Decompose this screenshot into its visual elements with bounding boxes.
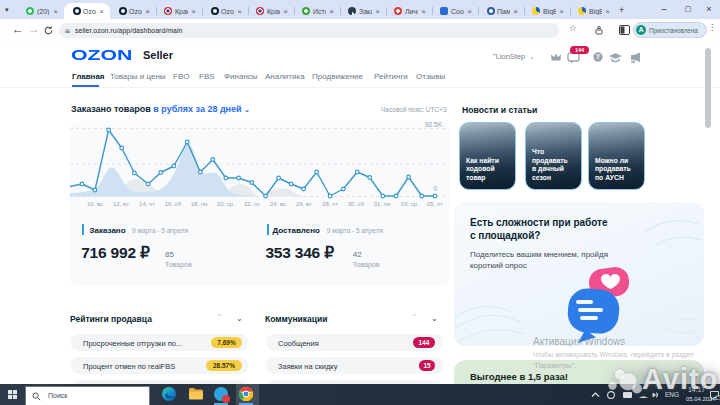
svg-text:28, чт: 28, чт <box>322 201 338 207</box>
svg-text:16, сб: 16, сб <box>165 201 182 207</box>
svg-text:24, вс: 24, вс <box>270 201 286 207</box>
svg-text:26, вт: 26, вт <box>296 201 312 207</box>
svg-text:92.5K: 92.5K <box>425 121 443 128</box>
svg-text:10, вс: 10, вс <box>87 201 103 207</box>
svg-text:?: ? <box>596 53 600 60</box>
svg-text:20, ср: 20, ср <box>217 201 234 207</box>
svg-text:18, пн: 18, пн <box>191 201 208 207</box>
svg-text:0: 0 <box>433 185 437 192</box>
svg-text:01, пн: 01, пн <box>374 201 391 207</box>
svg-text:22, пт: 22, пт <box>244 201 260 207</box>
svg-text:05, пт: 05, пт <box>427 201 443 207</box>
svg-text:12, вт: 12, вт <box>113 201 129 207</box>
svg-text:14, чт: 14, чт <box>139 201 155 207</box>
svg-text:30, сб: 30, сб <box>348 201 365 207</box>
svg-text:03, ср: 03, ср <box>401 201 418 207</box>
